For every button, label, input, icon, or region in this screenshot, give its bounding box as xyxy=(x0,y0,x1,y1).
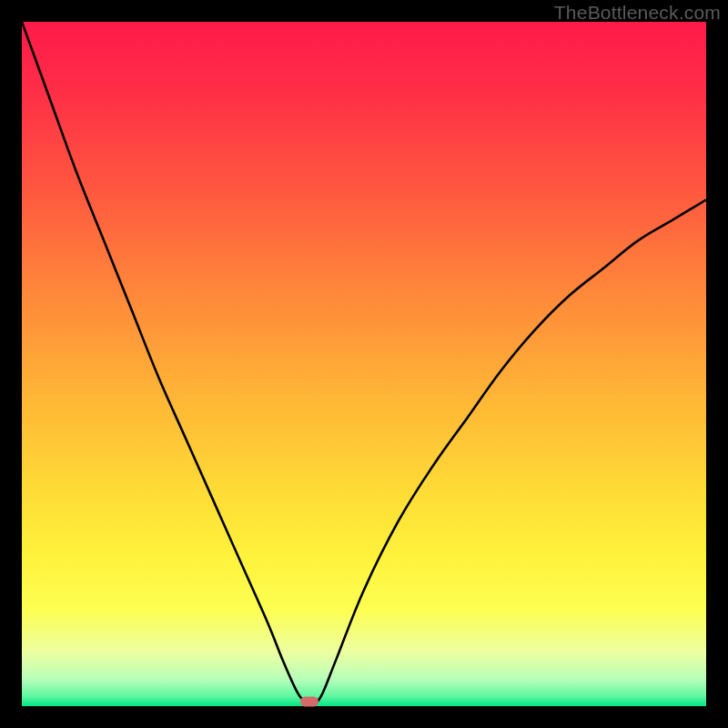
watermark-text: TheBottleneck.com xyxy=(554,2,721,24)
gradient-background xyxy=(22,22,706,706)
optimal-point-marker xyxy=(300,696,318,706)
chart-svg xyxy=(22,22,706,706)
chart-container: TheBottleneck.com xyxy=(0,0,728,728)
bottleneck-curve xyxy=(22,22,706,704)
plot-area xyxy=(22,22,706,706)
